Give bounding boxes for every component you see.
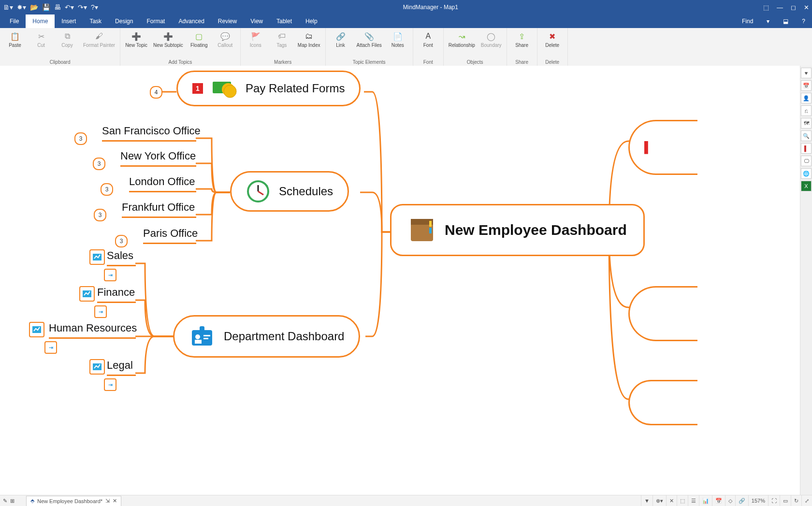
- tab-review[interactable]: Review: [211, 14, 244, 28]
- tab-view[interactable]: View: [244, 14, 270, 28]
- group-label-objects: Objects: [467, 58, 483, 66]
- new-doc-icon[interactable]: 🗎▾: [3, 3, 13, 11]
- copy-button[interactable]: ⧉Copy: [55, 30, 79, 49]
- delete-button[interactable]: ✖Delete: [540, 30, 565, 49]
- group-label-add-topics: Add Topics: [169, 58, 192, 66]
- minimize-icon[interactable]: —: [777, 4, 783, 11]
- tab-file[interactable]: File: [3, 14, 26, 28]
- group-label-share: Share: [515, 58, 528, 66]
- new-topic-button[interactable]: ➕New Topic: [123, 30, 149, 49]
- collapse-ribbon-icon[interactable]: ⬓: [776, 14, 795, 28]
- paste-button[interactable]: 📋Paste: [3, 30, 27, 49]
- tab-home[interactable]: Home: [26, 14, 55, 28]
- boundary-button[interactable]: ◯Boundary: [479, 30, 504, 49]
- ribbon-options-icon[interactable]: ▾: [760, 14, 776, 28]
- new-subtopic-button[interactable]: ➕New Subtopic: [151, 30, 185, 49]
- window-title: MindManager - Map1: [98, 4, 763, 11]
- save-icon[interactable]: 💾: [42, 3, 50, 11]
- gear-icon[interactable]: ✸▾: [17, 3, 26, 11]
- attach-button[interactable]: 📎Attach Files: [355, 30, 384, 49]
- callout-button[interactable]: 💬Callout: [213, 30, 237, 49]
- link-button[interactable]: 🔗Link: [329, 30, 353, 49]
- close-icon[interactable]: ✕: [804, 4, 809, 11]
- relationship-button[interactable]: ↝Relationship: [447, 30, 477, 49]
- canvas[interactable]: New Employee Dashboard 1 Pay Related For…: [0, 66, 800, 66]
- map-index-button[interactable]: 🗂Map Index: [296, 30, 322, 49]
- format-painter-button[interactable]: 🖌Format Painter: [81, 30, 117, 49]
- group-label-font: Font: [423, 58, 433, 66]
- tab-task[interactable]: Task: [83, 14, 108, 28]
- group-label-topic-elements: Topic Elements: [353, 58, 386, 66]
- find-button[interactable]: Find: [735, 14, 760, 28]
- title-bar: 🗎▾ ✸▾ 📂 💾 🖶 ↶▾ ↷▾ ?▾ MindManager - Map1 …: [0, 0, 812, 14]
- quick-access-toolbar: 🗎▾ ✸▾ 📂 💾 🖶 ↶▾ ↷▾ ?▾: [3, 3, 98, 11]
- share-button[interactable]: ⇪Share: [510, 30, 534, 49]
- help-pane-icon[interactable]: ?: [795, 14, 812, 28]
- cut-button[interactable]: ✂Cut: [29, 30, 53, 49]
- maximize-icon[interactable]: ◻: [791, 4, 796, 11]
- group-label-clipboard: Clipboard: [50, 58, 71, 66]
- tab-format[interactable]: Format: [140, 14, 172, 28]
- task-pane-sidebar: ♥ 📅 👤 ⎌ 🗺 🔍 ▌ 🖵 🌐 X: [800, 66, 812, 66]
- undo-icon[interactable]: ↶▾: [65, 3, 74, 11]
- group-label-delete: Delete: [545, 58, 559, 66]
- tab-help[interactable]: Help: [299, 14, 324, 28]
- help-icon[interactable]: ?▾: [91, 3, 98, 11]
- icons-button[interactable]: 🚩Icons: [244, 30, 268, 49]
- font-button[interactable]: AFont: [416, 30, 440, 49]
- open-icon[interactable]: 📂: [30, 3, 38, 11]
- notes-button[interactable]: 📄Notes: [386, 30, 410, 49]
- connector-lines: [0, 66, 800, 66]
- tab-advanced[interactable]: Advanced: [172, 14, 211, 28]
- menu-bar: File Home Insert Task Design Format Adva…: [0, 14, 812, 28]
- print-icon[interactable]: 🖶: [54, 3, 61, 11]
- floating-button[interactable]: ▢Floating: [187, 30, 211, 49]
- tab-design[interactable]: Design: [108, 14, 140, 28]
- group-label-markers: Markers: [274, 58, 291, 66]
- redo-icon[interactable]: ↷▾: [78, 3, 87, 11]
- tags-button[interactable]: 🏷Tags: [270, 30, 294, 49]
- ribbon-toggle-icon[interactable]: ⬚: [763, 4, 769, 11]
- ribbon: 📋Paste ✂Cut ⧉Copy 🖌Format Painter Clipbo…: [0, 28, 812, 66]
- tab-tablet[interactable]: Tablet: [270, 14, 299, 28]
- tab-insert[interactable]: Insert: [55, 14, 83, 28]
